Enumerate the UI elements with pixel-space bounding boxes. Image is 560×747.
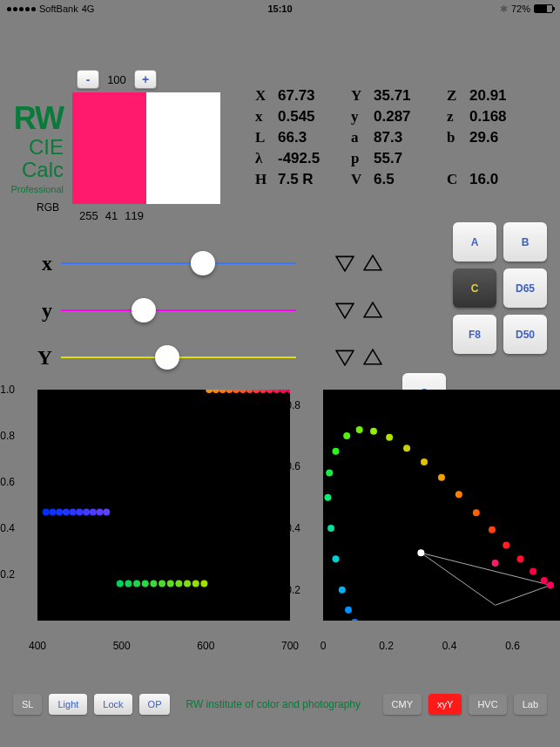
b-lab-label: b	[447, 129, 464, 146]
svg-point-8	[56, 508, 63, 515]
slider-Y-thumb[interactable]	[155, 345, 179, 370]
svg-point-13	[90, 508, 97, 515]
slider-y-track[interactable]	[61, 309, 296, 311]
svg-point-50	[324, 494, 331, 501]
rgb-label: RGB	[9, 201, 64, 214]
rgb-g: 41	[105, 209, 118, 222]
slider-y-down-button[interactable]	[335, 302, 354, 319]
p-label: p	[351, 150, 368, 167]
svg-point-63	[503, 541, 509, 548]
svg-point-27	[206, 390, 213, 393]
svg-point-38	[280, 390, 287, 393]
svg-point-15	[103, 508, 110, 515]
illuminant-B-button[interactable]: B	[503, 222, 547, 261]
app-subtitle: Professional	[9, 184, 64, 194]
luminance-stepper: - 100 +	[77, 70, 220, 89]
svg-marker-3	[364, 302, 381, 317]
rgb-values: 255 41 119	[72, 209, 220, 222]
y-value: 0.287	[374, 108, 411, 126]
y-label: y	[351, 108, 368, 126]
svg-point-17	[125, 581, 132, 587]
clock: 15:10	[267, 3, 292, 14]
CMY-button[interactable]: CMY	[383, 694, 422, 715]
x-label: x	[255, 108, 273, 126]
svg-point-37	[273, 390, 280, 393]
illuminant-A-button[interactable]: A	[453, 222, 496, 261]
svg-point-12	[83, 508, 90, 515]
slider-y-thumb[interactable]	[132, 298, 156, 323]
slider-Y-label: Y	[30, 346, 52, 370]
svg-point-47	[339, 587, 346, 594]
slider-Y-track[interactable]	[61, 357, 296, 358]
Light-button[interactable]: Light	[49, 694, 87, 715]
rgb-r: 255	[79, 209, 98, 222]
slider-x-track[interactable]	[61, 262, 296, 264]
svg-point-22	[167, 581, 174, 587]
svg-point-58	[421, 458, 428, 465]
svg-point-11	[76, 508, 83, 515]
stepper-plus-button[interactable]: +	[134, 70, 157, 89]
svg-point-67	[547, 581, 554, 588]
svg-point-10	[70, 508, 77, 515]
spectral-chart	[37, 390, 290, 621]
svg-point-29	[219, 390, 226, 393]
V-value: 6.5	[374, 171, 395, 188]
HVC-button[interactable]: HVC	[469, 694, 506, 715]
svg-marker-5	[364, 350, 381, 364]
SL-button[interactable]: SL	[13, 694, 42, 715]
lambda-value: -492.5	[278, 150, 320, 167]
z-label: z	[447, 108, 464, 126]
Lock-button[interactable]: Lock	[94, 694, 132, 715]
OP-button[interactable]: OP	[139, 694, 171, 715]
svg-point-31	[233, 390, 240, 393]
svg-marker-40	[421, 553, 550, 605]
Ybig-label: Y	[351, 87, 368, 105]
stepper-minus-button[interactable]: -	[77, 70, 99, 89]
Lab-button[interactable]: Lab	[514, 694, 547, 715]
svg-point-59	[438, 474, 445, 481]
svg-point-26	[200, 581, 207, 587]
bottom-toolbar: SL Light Lock OP RW institute of color a…	[0, 691, 560, 717]
app-title-rw: RW	[9, 100, 64, 137]
slider-Y-up-button[interactable]	[363, 349, 382, 366]
slider-x-label: x	[30, 252, 52, 275]
Z-label: Z	[447, 87, 464, 105]
xyY-button[interactable]: xyY	[428, 694, 462, 715]
illuminant-D65-button[interactable]: D65	[503, 268, 547, 308]
svg-point-30	[226, 390, 233, 393]
svg-point-39	[287, 390, 290, 393]
svg-point-66	[541, 577, 548, 584]
swatch-right	[146, 92, 220, 204]
slider-Y-down-button[interactable]	[335, 349, 354, 366]
slider-x-up-button[interactable]	[363, 255, 382, 272]
illuminant-D50-button[interactable]: D50	[503, 315, 547, 354]
svg-point-60	[455, 491, 462, 498]
Ybig-value: 35.71	[374, 87, 411, 105]
slider-x-down-button[interactable]	[335, 255, 354, 272]
svg-point-6	[43, 508, 50, 515]
svg-point-56	[386, 434, 393, 441]
app-title-cie: CIE	[9, 135, 64, 160]
C-value: 16.0	[469, 171, 498, 188]
slider-y-up-button[interactable]	[363, 302, 382, 319]
illuminant-F8-button[interactable]: F8	[453, 315, 496, 354]
svg-point-24	[184, 581, 191, 587]
carrier-label: SoftBank	[39, 3, 78, 14]
X-value: 67.73	[278, 87, 315, 105]
svg-point-55	[370, 428, 377, 435]
slider-x-thumb[interactable]	[191, 251, 215, 275]
svg-point-64	[517, 555, 524, 562]
network-label: 4G	[82, 3, 95, 14]
a-label: a	[351, 129, 368, 146]
svg-point-36	[267, 390, 273, 393]
svg-point-68	[417, 549, 424, 556]
chromaticity-chart	[323, 390, 560, 621]
illuminant-C-button[interactable]: C	[453, 268, 496, 308]
slider-y-label: y	[30, 299, 52, 323]
svg-point-61	[473, 509, 480, 516]
C-label: C	[447, 171, 464, 188]
signal-dots-icon	[7, 7, 36, 11]
svg-point-52	[333, 448, 340, 455]
svg-point-14	[97, 508, 104, 515]
color-values-grid: X67.73 Y35.71 Z20.91 x0.545 y0.287 z0.16…	[229, 70, 543, 192]
